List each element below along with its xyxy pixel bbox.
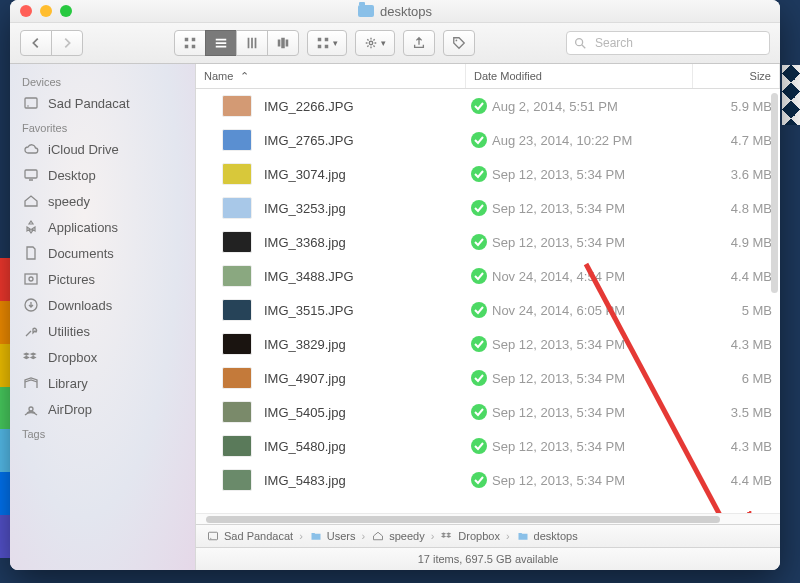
file-row[interactable]: IMG_2266.JPG Aug 2, 2014, 5:51 PM 5.9 MB — [196, 89, 780, 123]
file-row[interactable]: IMG_3368.jpg Sep 12, 2013, 5:34 PM 4.9 M… — [196, 225, 780, 259]
window-title-text: desktops — [380, 4, 432, 19]
synced-check-icon — [470, 97, 488, 115]
file-row[interactable]: IMG_3074.jpg Sep 12, 2013, 5:34 PM 3.6 M… — [196, 157, 780, 191]
search-field[interactable] — [566, 31, 770, 55]
close-button[interactable] — [20, 5, 32, 17]
sync-status — [466, 131, 492, 149]
arrange-button[interactable]: ▾ — [307, 30, 347, 56]
breadcrumb-desktops[interactable]: desktops — [516, 530, 578, 542]
chevron-down-icon: ▾ — [381, 38, 386, 48]
sidebar-item-sad-pandacat[interactable]: Sad Pandacat — [10, 90, 195, 116]
horizontal-scrollbar[interactable] — [196, 513, 780, 524]
horizontal-scrollbar-thumb[interactable] — [206, 516, 720, 523]
file-thumbnail — [222, 163, 252, 185]
synced-check-icon — [470, 471, 488, 489]
sidebar-item-utilities[interactable]: Utilities — [10, 318, 195, 344]
utilities-icon — [22, 323, 40, 339]
folder-icon — [309, 530, 323, 542]
minimize-button[interactable] — [40, 5, 52, 17]
zoom-button[interactable] — [60, 5, 72, 17]
library-icon — [22, 375, 40, 391]
sidebar-item-label: Sad Pandacat — [48, 96, 130, 111]
synced-check-icon — [470, 369, 488, 387]
sync-status — [466, 403, 492, 421]
sidebar-item-airdrop[interactable]: AirDrop — [10, 396, 195, 422]
coverflow-icon — [276, 36, 290, 50]
file-modified: Nov 24, 2014, 4:54 PM — [492, 269, 702, 284]
svg-point-11 — [369, 41, 373, 45]
sidebar-item-label: AirDrop — [48, 402, 92, 417]
file-name: IMG_3488.JPG — [264, 269, 466, 284]
share-button[interactable] — [403, 30, 435, 56]
file-size: 4.9 MB — [702, 235, 780, 250]
folder-icon — [516, 530, 530, 542]
file-thumbnail — [222, 299, 252, 321]
column-header-name[interactable]: Name ⌃ — [196, 64, 466, 88]
titlebar[interactable]: desktops — [10, 0, 780, 23]
svg-rect-1 — [192, 38, 196, 42]
sync-status — [466, 267, 492, 285]
vertical-scrollbar[interactable] — [771, 93, 778, 293]
file-thumbnail — [222, 333, 252, 355]
tags-button[interactable] — [443, 30, 475, 56]
view-columns-button[interactable] — [236, 30, 268, 56]
file-row[interactable]: IMG_3515.JPG Nov 24, 2014, 6:05 PM 5 MB — [196, 293, 780, 327]
sidebar-section-devices: Devices — [10, 70, 195, 90]
file-modified: Sep 12, 2013, 5:34 PM — [492, 235, 702, 250]
column-header-size[interactable]: Size — [693, 64, 780, 88]
back-button[interactable] — [20, 30, 52, 56]
desktop-icon — [22, 167, 40, 183]
desktop-checker — [782, 65, 800, 125]
file-row[interactable]: IMG_3829.jpg Sep 12, 2013, 5:34 PM 4.3 M… — [196, 327, 780, 361]
breadcrumb-separator: › — [431, 530, 435, 542]
file-size: 4.7 MB — [702, 133, 780, 148]
file-modified: Sep 12, 2013, 5:34 PM — [492, 337, 702, 352]
file-row[interactable]: IMG_5483.jpg Sep 12, 2013, 5:34 PM 4.4 M… — [196, 463, 780, 497]
folder-icon — [358, 5, 374, 17]
breadcrumb-speedy[interactable]: speedy — [371, 530, 424, 542]
file-name: IMG_5405.jpg — [264, 405, 466, 420]
file-modified: Sep 12, 2013, 5:34 PM — [492, 405, 702, 420]
view-icon-button[interactable] — [174, 30, 206, 56]
view-list-button[interactable] — [205, 30, 237, 56]
sidebar-item-library[interactable]: Library — [10, 370, 195, 396]
svg-rect-10 — [325, 45, 329, 49]
synced-check-icon — [470, 301, 488, 319]
tag-icon — [452, 36, 466, 50]
sidebar-item-dropbox[interactable]: Dropbox — [10, 344, 195, 370]
file-name: IMG_3074.jpg — [264, 167, 466, 182]
svg-rect-3 — [192, 45, 196, 49]
file-size: 5.9 MB — [702, 99, 780, 114]
sidebar-item-documents[interactable]: Documents — [10, 240, 195, 266]
file-row[interactable]: IMG_3253.jpg Sep 12, 2013, 5:34 PM 4.8 M… — [196, 191, 780, 225]
file-thumbnail — [222, 197, 252, 219]
file-row[interactable]: IMG_4907.jpg Sep 12, 2013, 5:34 PM 6 MB — [196, 361, 780, 395]
breadcrumb-dropbox[interactable]: Dropbox — [440, 530, 500, 542]
forward-button[interactable] — [51, 30, 83, 56]
sidebar-item-label: speedy — [48, 194, 90, 209]
sidebar-item-downloads[interactable]: Downloads — [10, 292, 195, 318]
sidebar-item-applications[interactable]: Applications — [10, 214, 195, 240]
hdd-icon — [22, 95, 40, 111]
file-size: 3.6 MB — [702, 167, 780, 182]
file-modified: Sep 12, 2013, 5:34 PM — [492, 167, 702, 182]
file-name: IMG_5483.jpg — [264, 473, 466, 488]
sidebar-item-label: Dropbox — [48, 350, 97, 365]
file-row[interactable]: IMG_2765.JPG Aug 23, 2014, 10:22 PM 4.7 … — [196, 123, 780, 157]
sidebar-item-speedy[interactable]: speedy — [10, 188, 195, 214]
sidebar-item-icloud-drive[interactable]: iCloud Drive — [10, 136, 195, 162]
column-header-modified[interactable]: Date Modified — [466, 64, 693, 88]
sidebar-item-desktop[interactable]: Desktop — [10, 162, 195, 188]
search-input[interactable] — [593, 35, 763, 51]
file-row[interactable]: IMG_5405.jpg Sep 12, 2013, 5:34 PM 3.5 M… — [196, 395, 780, 429]
home-icon — [22, 193, 40, 209]
view-coverflow-button[interactable] — [267, 30, 299, 56]
action-button[interactable]: ▾ — [355, 30, 395, 56]
file-row[interactable]: IMG_3488.JPG Nov 24, 2014, 4:54 PM 4.4 M… — [196, 259, 780, 293]
sync-status — [466, 437, 492, 455]
breadcrumb-sad-pandacat[interactable]: Sad Pandacat — [206, 530, 293, 542]
sync-status — [466, 233, 492, 251]
file-row[interactable]: IMG_5480.jpg Sep 12, 2013, 5:34 PM 4.3 M… — [196, 429, 780, 463]
breadcrumb-users[interactable]: Users — [309, 530, 356, 542]
sidebar-item-pictures[interactable]: Pictures — [10, 266, 195, 292]
